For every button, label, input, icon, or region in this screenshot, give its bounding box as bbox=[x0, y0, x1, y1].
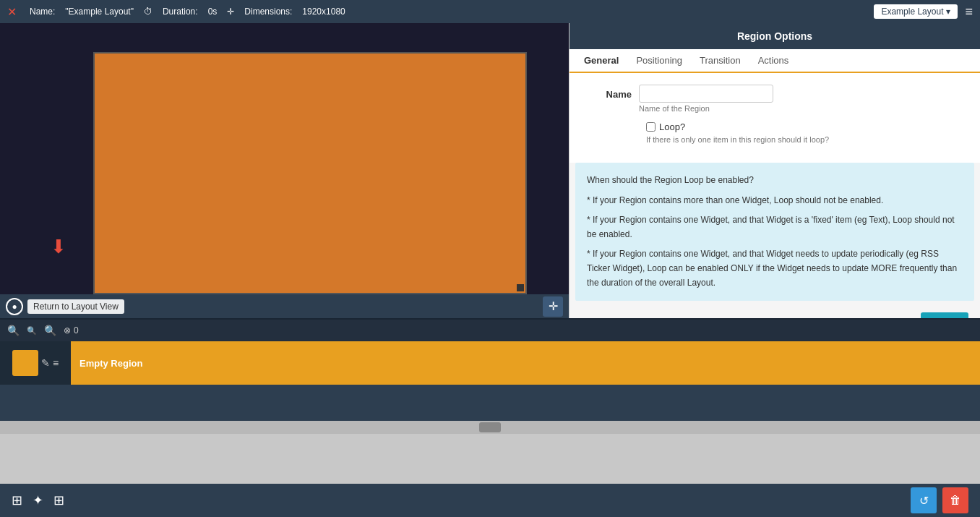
name-help: Name of the Region bbox=[639, 104, 968, 113]
resize-handle[interactable] bbox=[517, 284, 524, 291]
layout-icon-button[interactable]: ⊞ bbox=[12, 492, 22, 508]
timeline-toolbar: 🔍 🔍 🔍 ⊗ 0 bbox=[0, 320, 980, 341]
scroll-handle[interactable] bbox=[479, 422, 501, 432]
main-content: ⬇ ● Return to Layout View ✛ Region Optio… bbox=[0, 23, 980, 318]
loop-info-title: When should the Region Loop be enabled? bbox=[587, 173, 963, 187]
loop-info-line-1: * If your Region contains more than one … bbox=[587, 193, 963, 208]
name-field-row: Name Name of the Region bbox=[581, 85, 968, 113]
timeline-content: ✎ ≡ Empty Region bbox=[0, 341, 980, 385]
timeline-empty-area bbox=[0, 385, 980, 421]
canvas-wrapper: ⬇ bbox=[0, 23, 569, 294]
edit-region-button[interactable]: ✎ bbox=[41, 357, 50, 369]
timer-icon: ⊗ bbox=[64, 325, 71, 336]
timer-display: ⊗ 0 bbox=[64, 325, 79, 336]
region-tabs: General Positioning Transition Actions bbox=[569, 49, 980, 73]
return-to-layout-button[interactable]: ● Return to Layout View bbox=[6, 298, 124, 315]
loop-info-line-3: * If your Region contains one Widget, an… bbox=[587, 247, 963, 291]
modules-icon-button[interactable]: ⊞ bbox=[53, 492, 64, 508]
down-arrow-icon: ⬇ bbox=[51, 236, 66, 258]
save-button[interactable]: Save bbox=[921, 312, 968, 318]
duration-icon: ⏱ bbox=[144, 7, 152, 17]
return-circle-icon: ● bbox=[6, 298, 23, 315]
canvas-area: ⬇ ● Return to Layout View ✛ bbox=[0, 23, 569, 318]
tab-general[interactable]: General bbox=[575, 49, 627, 73]
loop-checkbox-row: Loop? bbox=[581, 121, 968, 132]
region-options-panel: Region Options General Positioning Trans… bbox=[569, 23, 980, 318]
region-options-header: Region Options bbox=[569, 23, 980, 49]
tab-transition[interactable]: Transition bbox=[691, 49, 749, 72]
region-form: Name Name of the Region Loop? If there i… bbox=[569, 73, 980, 163]
layout-selector-button[interactable]: Example Layout ▾ bbox=[874, 4, 958, 19]
name-input[interactable] bbox=[639, 85, 773, 103]
list-region-button[interactable]: ≡ bbox=[53, 357, 59, 369]
empty-region-label: Empty Region bbox=[79, 358, 142, 369]
tools-icon-button[interactable]: ✦ bbox=[33, 492, 43, 508]
close-icon: ✕ bbox=[7, 5, 17, 19]
tab-positioning[interactable]: Positioning bbox=[627, 49, 691, 72]
zoom-in-button[interactable]: 🔍 bbox=[7, 325, 20, 336]
scrollbar-area bbox=[0, 421, 980, 434]
canvas-toolbar: ● Return to Layout View ✛ bbox=[0, 294, 569, 318]
loop-info-box: When should the Region Loop be enabled? … bbox=[575, 163, 974, 301]
timeline-area: 🔍 🔍 🔍 ⊗ 0 ✎ ≡ Empty Region bbox=[0, 318, 980, 421]
tab-actions[interactable]: Actions bbox=[749, 49, 798, 72]
loop-help: If there is only one item in this region… bbox=[646, 135, 968, 144]
timer-value: 0 bbox=[74, 325, 79, 336]
name-label: Name bbox=[581, 85, 639, 100]
zoom-out-button[interactable]: 🔍 bbox=[27, 326, 37, 336]
dimensions-icon: ✛ bbox=[227, 7, 234, 17]
save-row: Save bbox=[569, 307, 980, 318]
layout-name-btn: Example Layout bbox=[881, 7, 943, 17]
delete-button[interactable]: 🗑 bbox=[942, 487, 968, 513]
timeline-sidebar: ✎ ≡ bbox=[0, 341, 71, 385]
menu-icon[interactable]: ≡ bbox=[965, 4, 973, 20]
add-icon: ✛ bbox=[549, 299, 558, 313]
timeline-track[interactable]: Empty Region bbox=[71, 341, 980, 385]
dimensions-value: 1920x1080 bbox=[302, 7, 345, 17]
return-label: Return to Layout View bbox=[27, 299, 124, 314]
loop-label: Loop? bbox=[659, 121, 685, 132]
duration-value: 0s bbox=[208, 7, 218, 17]
region-color-block bbox=[12, 350, 38, 376]
bottom-bar: ⊞ ✦ ⊞ ↺ 🗑 bbox=[0, 484, 980, 517]
zoom-fit-button[interactable]: 🔍 bbox=[44, 325, 56, 336]
top-bar: ✕ Name: "Example Layout" ⏱ Duration: 0s … bbox=[0, 0, 980, 23]
bottom-left-icons: ⊞ ✦ ⊞ bbox=[12, 492, 64, 508]
dropdown-icon: ▾ bbox=[946, 7, 950, 17]
layout-name: "Example Layout" bbox=[65, 7, 134, 17]
loop-info-line-2: * If your Region contains one Widget, an… bbox=[587, 213, 963, 242]
dimensions-label: Dimensions: bbox=[244, 7, 292, 17]
bottom-right-icons: ↺ 🗑 bbox=[911, 487, 968, 513]
loop-checkbox[interactable] bbox=[646, 122, 656, 132]
duration-label: Duration: bbox=[163, 7, 198, 17]
name-label: Name: bbox=[30, 7, 55, 17]
refresh-button[interactable]: ↺ bbox=[911, 487, 937, 513]
orange-region[interactable] bbox=[93, 52, 527, 294]
canvas-add-button[interactable]: ✛ bbox=[543, 296, 563, 317]
